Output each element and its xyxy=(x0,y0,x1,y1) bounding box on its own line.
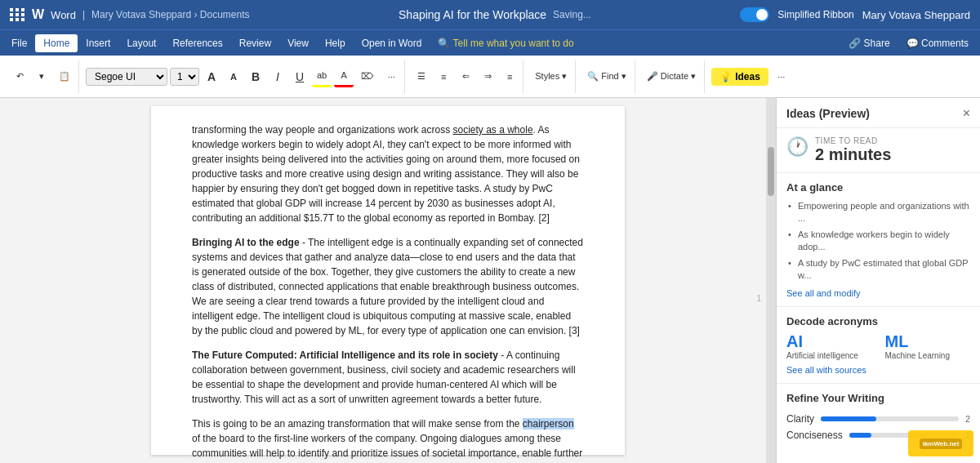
clock-icon: 🕐 xyxy=(786,136,808,158)
conciseness-label: Conciseness xyxy=(786,430,843,441)
breadcrumb[interactable]: Mary Votava Sheppard › Documents xyxy=(91,9,249,20)
menu-home[interactable]: Home xyxy=(35,34,78,52)
doc-paragraph-1: transforming the way people and organiza… xyxy=(192,122,584,225)
simplified-ribbon-toggle[interactable] xyxy=(740,7,769,22)
bullets-btn[interactable]: ☰ xyxy=(412,66,431,87)
app-name: Word xyxy=(51,9,76,21)
menu-help[interactable]: Help xyxy=(317,34,354,52)
styles-btn[interactable]: Styles ▾ xyxy=(530,66,572,87)
watermark-text: làmWeb.net xyxy=(920,439,963,449)
separator: | xyxy=(82,9,85,20)
paragraph-group: ☰ ≡ ⇐ ⇒ ≡ xyxy=(408,60,523,93)
time-info: TIME TO READ 2 minutes xyxy=(815,136,891,164)
menu-review[interactable]: Review xyxy=(231,34,279,52)
doc-area: transforming the way people and organiza… xyxy=(0,98,776,463)
find-btn[interactable]: 🔍 Find ▾ xyxy=(582,66,631,87)
watermark: làmWeb.net xyxy=(908,430,973,456)
doc-scrollbar[interactable] xyxy=(766,98,776,463)
font-size-select[interactable]: 11 xyxy=(170,68,199,86)
word-logo: W xyxy=(32,7,44,22)
see-all-sources-link[interactable]: See all with sources xyxy=(786,365,970,375)
comments-btn[interactable]: 💬 Comments xyxy=(898,34,977,52)
indent-less-btn[interactable]: ⇐ xyxy=(456,66,475,87)
user-name[interactable]: Mary Votava Sheppard xyxy=(862,9,970,21)
font-group: Segoe UI 11 A A B I U ab A ⌦ ··· xyxy=(82,60,405,93)
ideas-scroll-area: 🕐 TIME TO READ 2 minutes At a glance Emp… xyxy=(777,128,980,463)
refine-clarity: Clarity 2 xyxy=(786,411,970,427)
undo-group: ↶ ▾ 📋 xyxy=(7,60,79,93)
glance-bullet-list: Empowering people and organizations with… xyxy=(786,198,970,283)
more-format-btn[interactable]: ··· xyxy=(381,66,401,87)
font-name-select[interactable]: Segoe UI xyxy=(86,68,167,86)
acronym-ml: ML Machine Learning xyxy=(885,332,971,360)
page-number: 1 xyxy=(756,294,761,303)
menu-tell-me[interactable]: 🔍 Tell me what you want to do xyxy=(430,34,581,52)
numbering-btn[interactable]: ≡ xyxy=(434,66,453,87)
editing-group: 🔍 Find ▾ xyxy=(579,60,635,93)
title-bar-left: W Word | Mary Votava Sheppard › Document… xyxy=(10,7,250,22)
time-to-read-section: 🕐 TIME TO READ 2 minutes xyxy=(777,128,980,173)
menu-open-in-word[interactable]: Open in Word xyxy=(354,34,430,52)
doc-paragraph-3: The Future Computed: Artificial Intellig… xyxy=(192,348,584,407)
menu-layout[interactable]: Layout xyxy=(118,34,164,52)
menu-insert[interactable]: Insert xyxy=(78,34,118,52)
ideas-btn[interactable]: 💡 Ideas xyxy=(711,68,768,86)
ideas-close-btn[interactable]: × xyxy=(963,106,970,121)
highlight-btn[interactable]: ab xyxy=(312,66,332,87)
indent-more-btn[interactable]: ⇒ xyxy=(478,66,497,87)
saving-status: Saving... xyxy=(553,9,591,20)
ideas-panel-header: Ideas (Preview) × xyxy=(777,98,980,128)
scrollbar-thumb[interactable] xyxy=(768,147,774,196)
main-area: transforming the way people and organiza… xyxy=(0,98,980,463)
styles-group: Styles ▾ xyxy=(527,60,576,93)
acronym-ai: AI Artificial intelligence xyxy=(786,332,872,360)
acronym-row: AI Artificial intelligence ML Machine Le… xyxy=(786,332,970,360)
menu-view[interactable]: View xyxy=(279,34,317,52)
shrink-font-btn[interactable]: A xyxy=(224,66,243,87)
ideas-label: Ideas xyxy=(735,71,760,82)
app-grid-icon[interactable] xyxy=(10,8,25,21)
clarity-label: Clarity xyxy=(786,413,814,425)
align-btn[interactable]: ≡ xyxy=(500,66,519,87)
menu-file[interactable]: File xyxy=(3,34,35,52)
clarity-bar xyxy=(821,416,876,421)
doc-paragraph-4: This is going to be an amazing transform… xyxy=(192,416,584,463)
clarity-num: 2 xyxy=(965,414,970,424)
decode-acronyms-section: Decode acronyms AI Artificial intelligen… xyxy=(777,307,980,384)
redo-btn[interactable]: ▾ xyxy=(32,66,51,87)
time-row: 🕐 TIME TO READ 2 minutes xyxy=(786,136,970,164)
undo-btn[interactable]: ↶ xyxy=(10,66,29,87)
decode-title: Decode acronyms xyxy=(786,315,970,327)
title-bar: W Word | Mary Votava Sheppard › Document… xyxy=(0,0,980,29)
underline-btn[interactable]: U xyxy=(290,66,310,87)
overflow-btn[interactable]: ··· xyxy=(772,66,791,87)
font-color-btn[interactable]: A xyxy=(334,66,354,87)
ideas-panel-title: Ideas (Preview) xyxy=(786,107,870,120)
glance-item-3: A study by PwC estimated that global GDP… xyxy=(786,256,970,284)
acronym-ml-short: ML xyxy=(885,332,971,351)
bold-btn[interactable]: B xyxy=(246,66,265,87)
dictate-btn[interactable]: 🎤 Dictate ▾ xyxy=(642,66,701,87)
refine-title: Refine Your Writing xyxy=(786,392,970,404)
share-btn[interactable]: 🔗 Share xyxy=(840,34,898,52)
acronym-ai-def: Artificial intelligence xyxy=(786,351,872,360)
bringing-ai-heading: Bringing AI to the edge xyxy=(192,237,300,248)
glance-item-2: As knowledge workers begin to widely ado… xyxy=(786,227,970,256)
glance-item-1: Empowering people and organizations with… xyxy=(786,198,970,227)
menu-references[interactable]: References xyxy=(164,34,230,52)
clarity-bar-wrap xyxy=(821,416,959,421)
ideas-icon: 💡 xyxy=(719,71,732,82)
time-label: TIME TO READ xyxy=(815,136,891,145)
grow-font-btn[interactable]: A xyxy=(202,66,221,87)
italic-btn[interactable]: I xyxy=(268,66,287,87)
clipboard-btn[interactable]: 📋 xyxy=(54,66,75,87)
underline-text: society as a whole xyxy=(453,124,533,136)
conciseness-bar xyxy=(849,433,871,438)
see-all-modify-link[interactable]: See all and modify xyxy=(786,288,970,298)
clear-format-btn[interactable]: ⌦ xyxy=(356,66,379,87)
at-a-glance-section: At a glance Empowering people and organi… xyxy=(777,173,980,307)
acronym-ai-short: AI xyxy=(786,332,872,351)
menu-bar: File Home Insert Layout References Revie… xyxy=(0,29,980,56)
title-bar-right: Simplified Ribbon Mary Votava Sheppard xyxy=(740,7,970,22)
at-a-glance-title: At a glance xyxy=(786,181,970,194)
